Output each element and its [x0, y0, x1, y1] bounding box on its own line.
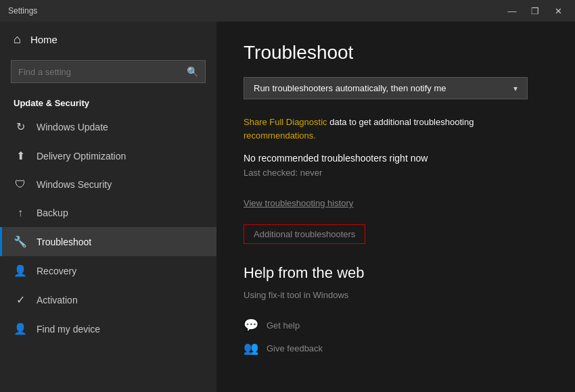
sidebar-item-backup[interactable]: ↑ Backup	[0, 199, 216, 227]
help-section-title: Help from the web	[244, 264, 548, 282]
search-icon: 🔍	[187, 66, 198, 77]
search-box[interactable]: 🔍	[11, 60, 206, 83]
diagnostic-link-text: Share Full Diagnostic data to get additi…	[244, 116, 548, 142]
help-description: Using fix-it tool in Windows	[244, 290, 548, 300]
diagnostic-link[interactable]: Share Full Diagnostic	[244, 117, 327, 127]
chevron-down-icon: ▾	[513, 84, 518, 93]
sidebar-item-label: Recovery	[37, 266, 76, 276]
sidebar-item-label: Backup	[37, 207, 68, 218]
get-help-item[interactable]: 💬 Get help	[244, 314, 548, 337]
home-icon: ⌂	[14, 32, 21, 47]
sidebar-home-button[interactable]: ⌂ Home	[0, 22, 216, 57]
windows-update-icon: ↻	[14, 120, 27, 133]
page-title: Troubleshoot	[244, 42, 548, 64]
find-my-device-icon: 👤	[14, 322, 27, 335]
recommendations-link[interactable]: recommendations.	[244, 130, 316, 141]
sidebar-item-label: Activation	[37, 295, 78, 305]
additional-troubleshooters-link[interactable]: Additional troubleshooters	[244, 224, 365, 244]
sidebar-item-windows-security[interactable]: 🛡 Windows Security	[0, 170, 216, 199]
activation-icon: ✓	[14, 293, 27, 306]
close-button[interactable]: ✕	[549, 4, 567, 18]
dropdown-label: Run troubleshooters automatically, then …	[254, 83, 446, 93]
sidebar-item-recovery[interactable]: 👤 Recovery	[0, 256, 216, 285]
title-bar: Settings — ❐ ✕	[0, 0, 575, 22]
sidebar-item-label: Troubleshoot	[37, 237, 91, 247]
window-controls: — ❐ ✕	[503, 4, 567, 18]
backup-icon: ↑	[14, 207, 27, 219]
give-feedback-item[interactable]: 👥 Give feedback	[244, 337, 548, 360]
get-help-label: Get help	[267, 320, 300, 330]
troubleshooter-mode-dropdown[interactable]: Run troubleshooters automatically, then …	[244, 77, 528, 99]
app-body: ⌂ Home 🔍 Update & Security ↻ Windows Upd…	[0, 22, 575, 392]
home-label: Home	[30, 34, 58, 45]
sidebar: ⌂ Home 🔍 Update & Security ↻ Windows Upd…	[0, 22, 216, 392]
get-help-icon: 💬	[244, 318, 258, 333]
sidebar-item-label: Windows Security	[37, 179, 112, 190]
no-recommended-text: No recommended troubleshooters right now	[244, 153, 548, 164]
diagnostic-rest: data to get additional troubleshooting	[327, 117, 474, 127]
troubleshoot-icon: 🔧	[14, 235, 27, 248]
sidebar-item-windows-update[interactable]: ↻ Windows Update	[0, 112, 216, 141]
sidebar-item-label: Find my device	[37, 324, 100, 335]
last-checked-text: Last checked: never	[244, 168, 548, 178]
search-input[interactable]	[18, 67, 187, 77]
sidebar-item-label: Windows Update	[37, 122, 108, 132]
give-feedback-label: Give feedback	[267, 343, 323, 353]
sidebar-item-troubleshoot[interactable]: 🔧 Troubleshoot	[0, 227, 216, 256]
sidebar-item-activation[interactable]: ✓ Activation	[0, 285, 216, 314]
sidebar-item-find-my-device[interactable]: 👤 Find my device	[0, 314, 216, 343]
maximize-button[interactable]: ❐	[526, 4, 544, 18]
app-title: Settings	[8, 6, 503, 16]
sidebar-item-label: Delivery Optimization	[37, 151, 126, 162]
windows-security-icon: 🛡	[14, 178, 27, 191]
sidebar-item-delivery-optimization[interactable]: ⬆ Delivery Optimization	[0, 141, 216, 170]
main-content: Troubleshoot Run troubleshooters automat…	[216, 22, 575, 392]
give-feedback-icon: 👥	[244, 341, 258, 356]
view-history-link[interactable]: View troubleshooting history	[244, 198, 548, 208]
recovery-icon: 👤	[14, 264, 27, 277]
section-title: Update & Security	[0, 91, 216, 112]
minimize-button[interactable]: —	[503, 4, 521, 18]
delivery-optimization-icon: ⬆	[14, 149, 27, 162]
